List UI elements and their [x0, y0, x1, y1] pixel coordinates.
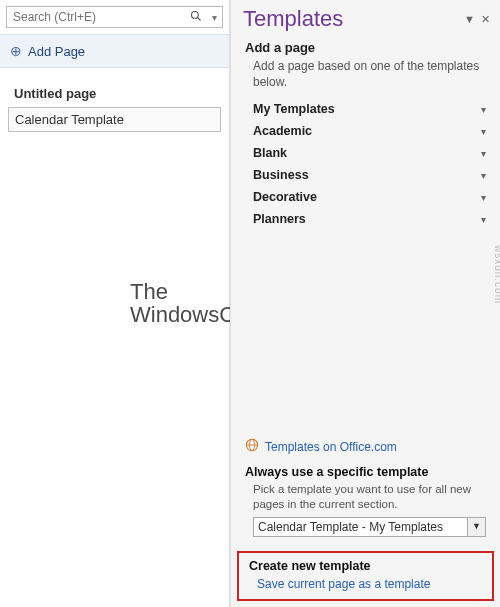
chevron-down-icon: ▾	[481, 170, 486, 181]
add-page-button[interactable]: ⊕ Add Page	[0, 34, 229, 68]
chevron-down-icon: ▾	[481, 214, 486, 225]
pane-header: Templates ▼ ✕	[231, 0, 500, 36]
create-template-section: Create new template Save current page as…	[237, 551, 494, 601]
add-page-section-title: Add a page	[231, 36, 500, 57]
add-page-label: Add Page	[28, 44, 85, 59]
save-as-template-link[interactable]: Save current page as a template	[249, 577, 482, 591]
category-planners[interactable]: Planners ▾	[239, 208, 492, 230]
create-template-title: Create new template	[249, 559, 482, 573]
category-business[interactable]: Business ▾	[239, 164, 492, 186]
office-link-label: Templates on Office.com	[265, 440, 397, 454]
category-academic[interactable]: Academic ▾	[239, 120, 492, 142]
page-item-untitled[interactable]: Untitled page	[8, 82, 221, 105]
globe-icon	[245, 438, 259, 455]
chevron-down-icon: ▾	[481, 192, 486, 203]
category-label: Business	[253, 168, 481, 182]
templates-pane: Templates ▼ ✕ Add a page Add a page base…	[230, 0, 500, 607]
category-my-templates[interactable]: My Templates ▾	[239, 98, 492, 120]
category-list: My Templates ▾ Academic ▾ Blank ▾ Busine…	[231, 98, 500, 230]
always-template-desc: Pick a template you want to use for all …	[245, 482, 486, 511]
category-label: Academic	[253, 124, 481, 138]
svg-point-0	[192, 11, 199, 18]
search-input[interactable]	[7, 8, 186, 26]
close-icon[interactable]: ✕	[481, 13, 490, 26]
page-item-calendar[interactable]: Calendar Template	[8, 107, 221, 132]
search-icon[interactable]	[186, 10, 206, 25]
svg-line-1	[198, 17, 201, 20]
dropdown-button-icon[interactable]: ▼	[468, 517, 486, 537]
plus-circle-icon: ⊕	[10, 43, 22, 59]
add-page-section-desc: Add a page based on one of the templates…	[231, 57, 500, 98]
pages-list: Untitled page Calendar Template	[0, 68, 229, 140]
always-template-title: Always use a specific template	[245, 465, 486, 479]
watermark: wsxdn.com	[493, 244, 501, 303]
category-blank[interactable]: Blank ▾	[239, 142, 492, 164]
category-label: My Templates	[253, 102, 481, 116]
office-link-row[interactable]: Templates on Office.com	[231, 432, 500, 461]
chevron-down-icon: ▾	[481, 104, 486, 115]
category-decorative[interactable]: Decorative ▾	[239, 186, 492, 208]
pane-menu-icon[interactable]: ▼	[464, 13, 475, 25]
search-row: ▾	[0, 0, 229, 34]
pane-title: Templates	[243, 6, 458, 32]
template-select[interactable]: Calendar Template - My Templates	[253, 517, 468, 537]
always-template-section: Always use a specific template Pick a te…	[231, 461, 500, 543]
chevron-down-icon: ▾	[481, 126, 486, 137]
category-label: Blank	[253, 146, 481, 160]
search-box[interactable]: ▾	[6, 6, 223, 28]
category-label: Decorative	[253, 190, 481, 204]
template-select-row: Calendar Template - My Templates ▼	[245, 517, 486, 537]
category-label: Planners	[253, 212, 481, 226]
chevron-down-icon: ▾	[481, 148, 486, 159]
chevron-down-icon[interactable]: ▾	[206, 12, 222, 23]
